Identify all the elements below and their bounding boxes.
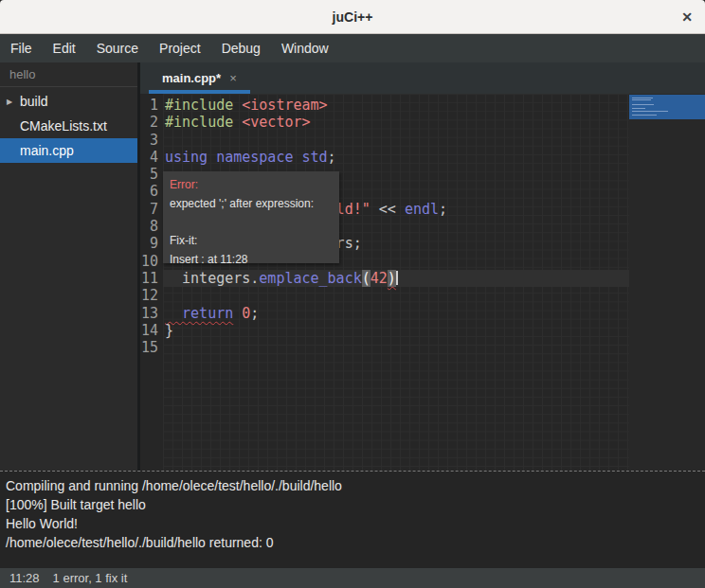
line-number: 3 [140,132,158,149]
code-line[interactable]: integers.emplace_back(42) [163,270,629,287]
minimap-line [632,111,668,112]
code-area[interactable]: #include <iostream>#include <vector>usin… [163,94,629,471]
file-tree: ▶buildCMakeLists.txtmain.cpp [0,87,137,163]
line-number: 10 [140,253,158,270]
terminal-line: Hello World! [6,514,699,533]
terminal-line: [100%] Built target hello [6,495,699,514]
expander-icon[interactable]: ▶ [7,98,20,106]
project-name-header: hello [0,62,137,87]
status-bar: 11:28 1 error, 1 fix it [0,568,705,588]
tooltip-fixit-label: Fix-it: [170,232,336,251]
code-line[interactable] [163,339,629,356]
tab-close-icon[interactable]: × [229,72,237,84]
line-number: 4 [140,149,158,166]
menu-window[interactable]: Window [271,35,339,62]
minimap-line [632,108,645,109]
code-line[interactable]: } [163,322,629,339]
error-tooltip: Error: expected ';' after expression: Fi… [163,171,339,263]
tooltip-error-title: Error: [170,176,336,195]
window-title: juCi++ [333,9,373,25]
line-number: 7 [140,201,158,218]
menu-source[interactable]: Source [86,35,149,62]
text-cursor [396,271,398,285]
line-number: 15 [140,339,158,356]
minimap-line [632,99,651,100]
minimap[interactable] [629,94,705,471]
file-label: main.cpp [20,143,74,158]
terminal-line: Compiling and running /home/olece/test/h… [6,476,699,495]
editor-pane: 123456789101112131415 #include <iostream… [140,94,705,471]
line-number: 14 [140,322,158,339]
minimap-line [632,98,653,98]
code-line[interactable]: #include <vector> [163,114,629,131]
tab-bar: main.cpp* × [140,62,705,94]
title-bar: juCi++ ✕ [0,0,705,34]
tooltip-spacer [170,213,336,232]
code-line[interactable]: using namespace std; [163,149,629,166]
menu-debug[interactable]: Debug [211,35,271,62]
line-number-gutter: 123456789101112131415 [140,94,163,471]
tooltip-error-message: expected ';' after expression: [170,195,336,214]
window-close-icon[interactable]: ✕ [681,10,693,24]
line-number: 11 [140,270,158,287]
menu-project[interactable]: Project [149,35,211,62]
tooltip-fixit-text: Insert ; at 11:28 [170,251,336,264]
minimap-viewport[interactable] [629,95,705,119]
cursor-position: 11:28 [9,571,40,585]
line-number: 1 [140,97,158,114]
code-line[interactable] [163,132,629,149]
line-number: 5 [140,166,158,183]
terminal-line: /home/olece/test/hello/./build/hello ret… [6,533,699,552]
file-label: CMakeLists.txt [20,118,107,134]
code-line[interactable]: #include <iostream> [163,97,629,114]
minimap-line [632,115,657,116]
line-number: 2 [140,114,158,131]
sidebar-item-build[interactable]: ▶build [0,89,137,114]
sidebar-item-main-cpp[interactable]: main.cpp [0,138,137,163]
line-number: 9 [140,235,158,252]
line-number: 12 [140,287,158,304]
minimap-line [632,104,654,105]
tab-main-cpp[interactable]: main.cpp* × [149,62,250,94]
file-tree-sidebar: hello ▶buildCMakeLists.txtmain.cpp [0,62,140,471]
menu-edit[interactable]: Edit [43,35,86,62]
line-number: 6 [140,183,158,200]
main-area: hello ▶buildCMakeLists.txtmain.cpp main.… [0,62,705,471]
error-count-status: 1 error, 1 fix it [53,571,128,585]
line-number: 13 [140,305,158,322]
terminal-output[interactable]: Compiling and running /home/olece/test/h… [0,471,705,568]
code-line[interactable] [163,287,629,304]
file-label: build [20,94,48,109]
app-window: juCi++ ✕ FileEditSourceProjectDebugWindo… [0,0,705,588]
sidebar-item-cmakelists-txt[interactable]: CMakeLists.txt [0,114,137,138]
code-line[interactable]: return 0; [163,305,629,322]
menu-file[interactable]: File [0,35,43,62]
line-number: 8 [140,218,158,235]
editor-column: main.cpp* × 123456789101112131415 #inclu… [140,62,705,471]
tab-label: main.cpp* [162,71,221,85]
menubar: FileEditSourceProjectDebugWindow [0,34,705,62]
